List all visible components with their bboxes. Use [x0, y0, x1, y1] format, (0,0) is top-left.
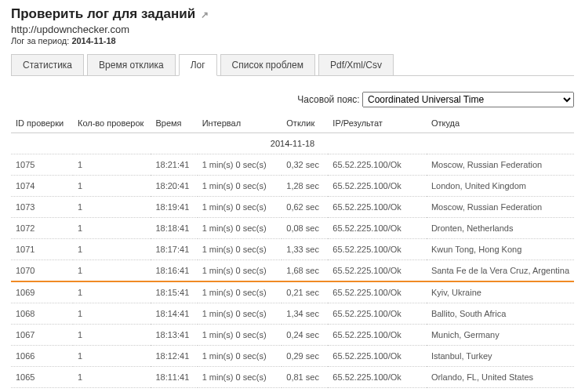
cell-interval: 1 min(s) 0 sec(s) — [198, 176, 282, 197]
cell-interval: 1 min(s) 0 sec(s) — [198, 325, 282, 346]
col-checks: Кол-во проверок — [73, 114, 151, 133]
table-row: 1072118:18:411 min(s) 0 sec(s)0,08 sec65… — [11, 218, 574, 239]
header-url: http://updownchecker.com — [11, 24, 574, 35]
cell-checks: 1 — [73, 239, 151, 260]
page-title: Проверить лог для заданий ↗ — [11, 6, 574, 22]
table-row: 1074118:20:411 min(s) 0 sec(s)1,28 sec65… — [11, 176, 574, 197]
col-from: Откуда — [427, 114, 574, 133]
date-separator-row: 2014-11-18 — [11, 133, 574, 154]
cell-id: 1065 — [11, 367, 73, 388]
tab-1[interactable]: Время отклика — [87, 54, 176, 76]
cell-time: 18:21:41 — [151, 154, 197, 176]
cell-checks: 1 — [73, 367, 151, 388]
col-id: ID проверки — [11, 114, 73, 133]
cell-response: 1,68 sec — [282, 260, 328, 282]
tab-2[interactable]: Лог — [179, 54, 217, 76]
cell-checks: 1 — [73, 303, 151, 325]
cell-id: 1070 — [11, 260, 73, 282]
cell-from: Kyiv, Ukraine — [427, 281, 574, 303]
table-row: 1071118:17:411 min(s) 0 sec(s)1,33 sec65… — [11, 239, 574, 260]
cell-interval: 1 min(s) 0 sec(s) — [198, 218, 282, 239]
cell-response: 1,33 sec — [282, 239, 328, 260]
cell-id: 1067 — [11, 325, 73, 346]
cell-response: 0,21 sec — [282, 281, 328, 303]
tab-bar: СтатистикаВремя откликаЛогСписок проблем… — [11, 53, 574, 76]
cell-time: 18:15:41 — [151, 281, 197, 303]
cell-time: 18:13:41 — [151, 325, 197, 346]
cell-ip: 65.52.225.100/Ok — [328, 176, 427, 197]
cell-from: London, United Kingdom — [427, 176, 574, 197]
timezone-select[interactable]: Coordinated Universal Time — [362, 92, 574, 107]
cell-ip: 65.52.225.100/Ok — [328, 367, 427, 388]
external-link-icon: ↗ — [201, 9, 209, 20]
cell-response: 0,24 sec — [282, 325, 328, 346]
cell-id: 1068 — [11, 303, 73, 325]
cell-id: 1074 — [11, 176, 73, 197]
cell-response: 1,34 sec — [282, 303, 328, 325]
cell-response: 0,81 sec — [282, 367, 328, 388]
tab-4[interactable]: Pdf/Xml/Csv — [318, 54, 394, 76]
timezone-row: Часовой пояс: Coordinated Universal Time — [11, 92, 574, 107]
cell-id: 1069 — [11, 281, 73, 303]
cell-id: 1072 — [11, 218, 73, 239]
cell-checks: 1 — [73, 325, 151, 346]
cell-time: 18:14:41 — [151, 303, 197, 325]
table-row: 1075118:21:411 min(s) 0 sec(s)0,32 sec65… — [11, 154, 574, 176]
cell-checks: 1 — [73, 218, 151, 239]
cell-from: Moscow, Russian Federation — [427, 197, 574, 218]
cell-interval: 1 min(s) 0 sec(s) — [198, 303, 282, 325]
cell-ip: 65.52.225.100/Ok — [328, 218, 427, 239]
cell-time: 18:19:41 — [151, 197, 197, 218]
table-row: 1070118:16:411 min(s) 0 sec(s)1,68 sec65… — [11, 260, 574, 282]
cell-from: Moscow, Russian Federation — [427, 154, 574, 176]
timezone-label: Часовой пояс: — [297, 94, 359, 105]
cell-time: 18:17:41 — [151, 239, 197, 260]
cell-interval: 1 min(s) 0 sec(s) — [198, 154, 282, 176]
cell-checks: 1 — [73, 260, 151, 282]
cell-interval: 1 min(s) 0 sec(s) — [198, 239, 282, 260]
table-row: 1066118:12:411 min(s) 0 sec(s)0,29 sec65… — [11, 346, 574, 367]
cell-checks: 1 — [73, 346, 151, 367]
cell-interval: 1 min(s) 0 sec(s) — [198, 260, 282, 282]
cell-ip: 65.52.225.100/Ok — [328, 281, 427, 303]
cell-time: 18:12:41 — [151, 346, 197, 367]
cell-from: Kwun Tong, Hong Kong — [427, 239, 574, 260]
cell-response: 0,62 sec — [282, 197, 328, 218]
cell-ip: 65.52.225.100/Ok — [328, 325, 427, 346]
col-ip: IP/Результат — [328, 114, 427, 133]
cell-checks: 1 — [73, 197, 151, 218]
cell-interval: 1 min(s) 0 sec(s) — [198, 197, 282, 218]
cell-ip: 65.52.225.100/Ok — [328, 197, 427, 218]
cell-ip: 65.52.225.100/Ok — [328, 239, 427, 260]
log-table: ID проверки Кол-во проверок Время Интерв… — [11, 114, 574, 388]
cell-time: 18:18:41 — [151, 218, 197, 239]
cell-checks: 1 — [73, 154, 151, 176]
cell-from: Dronten, Netherlands — [427, 218, 574, 239]
cell-ip: 65.52.225.100/Ok — [328, 260, 427, 282]
table-row: 1073118:19:411 min(s) 0 sec(s)0,62 sec65… — [11, 197, 574, 218]
cell-from: Santa Fe de la Vera Cruz, Argentina — [427, 260, 574, 282]
cell-from: Istanbul, Turkey — [427, 346, 574, 367]
tab-3[interactable]: Список проблем — [220, 54, 315, 76]
table-row: 1069118:15:411 min(s) 0 sec(s)0,21 sec65… — [11, 281, 574, 303]
table-row: 1068118:14:411 min(s) 0 sec(s)1,34 sec65… — [11, 303, 574, 325]
col-time: Время — [151, 114, 197, 133]
cell-interval: 1 min(s) 0 sec(s) — [198, 281, 282, 303]
cell-checks: 1 — [73, 281, 151, 303]
cell-time: 18:11:41 — [151, 367, 197, 388]
cell-ip: 65.52.225.100/Ok — [328, 303, 427, 325]
cell-interval: 1 min(s) 0 sec(s) — [198, 346, 282, 367]
col-response: Отклик — [282, 114, 328, 133]
tab-0[interactable]: Статистика — [11, 54, 84, 76]
cell-ip: 65.52.225.100/Ok — [328, 346, 427, 367]
cell-time: 18:16:41 — [151, 260, 197, 282]
header-period: Лог за период: 2014-11-18 — [11, 36, 574, 45]
cell-interval: 1 min(s) 0 sec(s) — [198, 367, 282, 388]
cell-ip: 65.52.225.100/Ok — [328, 154, 427, 176]
cell-id: 1073 — [11, 197, 73, 218]
cell-from: Orlando, FL, United States — [427, 367, 574, 388]
cell-response: 0,32 sec — [282, 154, 328, 176]
cell-from: Munich, Germany — [427, 325, 574, 346]
cell-response: 0,29 sec — [282, 346, 328, 367]
cell-id: 1066 — [11, 346, 73, 367]
